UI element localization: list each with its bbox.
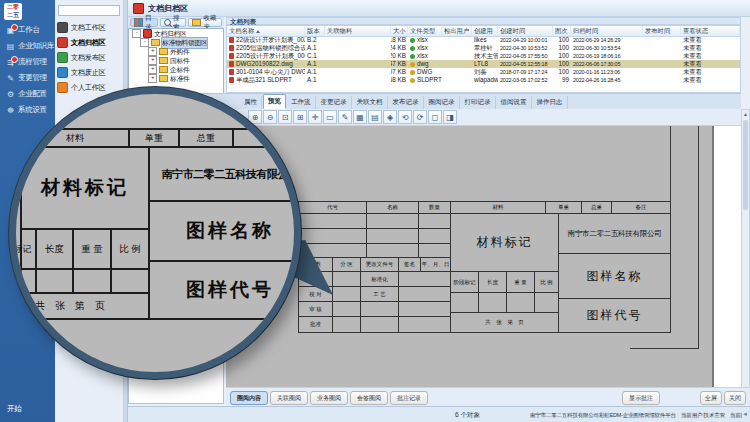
workspace-item-publish-area[interactable]: 文档发布区 <box>57 51 123 64</box>
column-header[interactable]: 版本 <box>305 26 325 36</box>
column-header[interactable]: 查看状态 <box>681 26 740 36</box>
published-cell <box>643 76 681 84</box>
workspace-search-input[interactable] <box>58 5 120 16</box>
titleblock-cell <box>333 287 361 302</box>
layers-icon[interactable]: ▤ <box>368 110 382 124</box>
tab-operation-log[interactable]: 操作日志 <box>533 96 568 109</box>
tab-workflow[interactable]: 工作流 <box>287 96 316 109</box>
expander-icon[interactable]: + <box>148 47 157 56</box>
scrollbar-thumb[interactable] <box>743 120 748 210</box>
num-cell: 100 <box>553 52 571 60</box>
fit-page-icon[interactable]: ⊞ <box>293 110 307 124</box>
resize-grip-icon[interactable]: ◄ <box>742 411 748 417</box>
column-header[interactable]: 检出用户 <box>442 26 472 36</box>
zoom-out-icon[interactable]: ⊖ <box>263 110 277 124</box>
tab-preview[interactable]: 预览 <box>263 94 286 109</box>
column-header[interactable]: 大小 <box>391 26 408 36</box>
favorites-button[interactable]: 收藏夹 <box>188 18 222 27</box>
folder-icon <box>159 57 168 64</box>
annotate-icon[interactable]: ✎ <box>338 110 352 124</box>
creator-cell: 刘备 <box>472 68 498 76</box>
tab-print-records[interactable]: 打印记录 <box>461 96 496 109</box>
content-header: 文档归档区 <box>128 0 750 17</box>
sidebar-item-system-settings[interactable]: ☸ 系统设置 <box>0 103 55 117</box>
table-row[interactable]: 22级设计开发计划表_002.xlsx B.2 18 KB xlsx likes… <box>227 36 740 44</box>
column-header[interactable]: 图次 <box>553 26 571 36</box>
column-header[interactable]: 发布时间 <box>643 26 681 36</box>
expander-icon[interactable]: - <box>132 29 141 38</box>
table-row[interactable]: 2205设计开发计划表_000001... C.1 20 KB xlsx 技术主… <box>227 52 740 60</box>
workspace-item-working-area[interactable]: 文档工作区 <box>57 21 123 34</box>
search-button[interactable]: 搜索 <box>160 18 186 27</box>
countersign-review-button[interactable]: 会签圈阅 <box>350 391 388 405</box>
working-area-icon <box>57 22 68 33</box>
tab-related-docs[interactable]: 关联文档 <box>353 96 388 109</box>
tab-publish-records[interactable]: 发布记录 <box>389 96 424 109</box>
scroll-up-icon[interactable]: ▲ <box>743 111 748 117</box>
sidebar-item-process-mgmt[interactable]: ⇶ 流程管理 <box>0 55 55 69</box>
column-header[interactable]: 关联物料 <box>325 26 391 36</box>
review-content-button[interactable]: 圈阅内容 <box>230 391 268 405</box>
business-review-button[interactable]: 业务圈阅 <box>310 391 348 405</box>
tab-properties[interactable]: 属性 <box>240 96 262 109</box>
archived-cell: 2020-01-16 11:23:06 <box>571 68 643 76</box>
sidebar-item-change-mgmt[interactable]: ✎ 变更管理 <box>0 71 55 85</box>
column-header[interactable]: 文件类型 <box>408 26 442 36</box>
vertical-scrollbar[interactable]: ▲ ▼ <box>741 109 750 404</box>
material-cell <box>325 36 391 44</box>
sidebar-item-enterprise-config[interactable]: ⚙ 企业配置 <box>0 87 55 101</box>
pan-icon[interactable]: ✛ <box>308 110 322 124</box>
select-icon[interactable]: ▭ <box>323 110 337 124</box>
fullscreen-button[interactable]: 全屏 <box>700 391 722 405</box>
type-cell: xlsx <box>408 36 442 44</box>
column-header[interactable]: 创建用户 <box>472 26 498 36</box>
expander-icon[interactable]: + <box>148 56 157 65</box>
related-review-button[interactable]: 关联圈阅 <box>270 391 308 405</box>
table-row[interactable]: 301-0104 中心尖刀 DWG A.1 207 KB DWG 刘备 2018… <box>227 68 740 76</box>
tree-node-standard-parts[interactable]: + 标准件 <box>129 74 223 83</box>
titleblock: 代号 名称 数量 材料 单重 总重 备注 处数 分 区 更 <box>298 201 671 333</box>
workspace-item-archive-area[interactable]: 文档归档区 <box>57 36 123 49</box>
zoom-window-icon[interactable]: ⊡ <box>278 110 292 124</box>
mag-material-mark: 材料标记 <box>22 148 150 230</box>
app-window: 二零 二五 ▣ 工作台 ▤ 企业知识库 ⇶ 流程管理 ✎ 变更管理 ⚙ 企业配置… <box>0 0 750 422</box>
column-header[interactable]: 归档时间 <box>571 26 643 36</box>
titleblock-cell: 批准 <box>299 317 333 333</box>
status-bar: 6 个对象 南宁市二零二五科技有限公司彩虹EDM-企业图纸管理软件平台 当前用户… <box>128 406 750 422</box>
magnified-titleblock: 材料 单重 总重 备注 材料标记 南宁市二零二五科技有限公司 图样名称 图样代号… <box>20 128 301 320</box>
table-row[interactable]: 半成品321 SLDPRT A.1 68 KB SLDPRT wiapadwi … <box>227 76 740 84</box>
frame-line <box>630 348 699 349</box>
column-header[interactable]: 文档名称 <box>227 26 305 36</box>
catalog-button[interactable]: 目录 <box>130 18 158 27</box>
table-row[interactable]: 2205恒温物料锁图综合设计开... A.1 24 KB xlsx 覃桂针 20… <box>227 44 740 52</box>
measure-icon[interactable]: ◈ <box>383 110 397 124</box>
print-icon[interactable]: ◨ <box>443 110 457 124</box>
magnifier-overlay: 材料 单重 总重 备注 材料标记 南宁市二零二五科技有限公司 图样名称 图样代号… <box>9 87 301 379</box>
titleblock-cell: 名称 <box>367 202 419 214</box>
checkout-user-cell <box>442 44 472 52</box>
tab-borrow-settings[interactable]: 借阅设置 <box>497 96 532 109</box>
fullscreen-icon[interactable]: ◻ <box>428 110 442 124</box>
image-icon[interactable]: ▦ <box>353 110 367 124</box>
version-cell: C.1 <box>305 52 325 60</box>
type-cell: xlsx <box>408 52 442 60</box>
rotate-left-icon[interactable]: ⟲ <box>398 110 412 124</box>
expander-icon[interactable]: + <box>148 65 157 74</box>
start-button[interactable]: 开始 <box>7 404 22 414</box>
workspace-item-obsolete-area[interactable]: 文档废止区 <box>57 66 123 79</box>
sidebar-item-workbench[interactable]: ▣ 工作台 <box>0 23 55 37</box>
column-header[interactable]: 创建时间 <box>498 26 553 36</box>
show-annotations-button[interactable]: 显示批注 <box>622 391 660 405</box>
table-row-selected[interactable]: DWG20190822.dwg A.1 47 KB dwg LTL8 2022-… <box>227 60 740 68</box>
size-cell: 68 KB <box>391 76 408 84</box>
rotate-right-icon[interactable]: ⟳ <box>413 110 427 124</box>
expander-icon[interactable]: + <box>148 74 157 83</box>
mag-cell <box>112 270 150 294</box>
close-button[interactable]: 关闭 <box>724 391 746 405</box>
tab-review-records[interactable]: 圈阅记录 <box>425 96 460 109</box>
annotation-records-button[interactable]: 批注记录 <box>390 391 428 405</box>
titleblock-cell <box>333 272 361 287</box>
tab-change-records[interactable]: 变更记录 <box>317 96 352 109</box>
expander-icon[interactable]: - <box>140 38 149 47</box>
sidebar-item-knowledge-base[interactable]: ▤ 企业知识库 <box>0 39 55 53</box>
